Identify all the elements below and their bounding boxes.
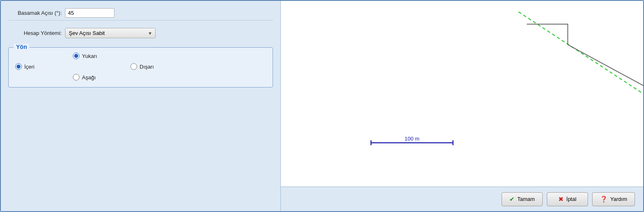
button-bar: ✔ Tamam ✖ İptal ❓ Yardım: [281, 187, 643, 211]
radio-yukari-input[interactable]: [73, 53, 79, 59]
question-icon: ❓: [600, 196, 608, 203]
dialog-container: Basamak Açısı (°): Hesap Yöntemi: Şev Aç…: [0, 0, 644, 212]
radio-disari-input[interactable]: [131, 63, 137, 70]
yardim-button[interactable]: ❓ Yardım: [592, 192, 635, 206]
radio-iceri-label: İçeri: [24, 64, 35, 70]
yon-grid: Yukarı İçeri Dışarı Aşağı: [15, 53, 266, 81]
basamak-input[interactable]: [65, 8, 114, 18]
hesap-row: Hesap Yöntemi: Şev Açısı Sabit Diğer Yön…: [8, 25, 273, 41]
hesap-dropdown[interactable]: Şev Açısı Sabit Diğer Yöntem: [65, 28, 156, 38]
svg-text:100 m: 100 m: [405, 136, 420, 142]
radio-iceri[interactable]: İçeri: [15, 63, 35, 70]
radio-asagi-input[interactable]: [73, 74, 79, 81]
canvas-area: 100 m: [281, 1, 643, 187]
yon-group: Yön Yukarı İçeri Dışarı: [8, 47, 273, 88]
basamak-row: Basamak Açısı (°):: [8, 6, 273, 21]
left-panel: Basamak Açısı (°): Hesap Yöntemi: Şev Aç…: [1, 1, 281, 211]
radio-disari-label: Dışarı: [140, 64, 154, 70]
x-icon: ✖: [558, 196, 564, 203]
radio-asagi[interactable]: Aşağı: [73, 74, 96, 81]
radio-yukari-label: Yukarı: [82, 53, 97, 59]
radio-yukari[interactable]: Yukarı: [73, 53, 97, 59]
radio-asagi-label: Aşağı: [82, 74, 96, 81]
radio-disari[interactable]: Dışarı: [131, 63, 154, 70]
iptal-label: İptal: [566, 196, 576, 202]
basamak-label: Basamak Açısı (°):: [8, 10, 62, 16]
hesap-dropdown-wrapper: Şev Açısı Sabit Diğer Yöntem ▼: [65, 28, 156, 38]
yardim-label: Yardım: [610, 196, 627, 202]
svg-rect-0: [281, 12, 643, 175]
hesap-label: Hesap Yöntemi:: [8, 30, 62, 36]
right-panel: 100 m ✔ Tamam ✖ İptal ❓ Yardım: [281, 1, 643, 211]
check-icon: ✔: [509, 196, 515, 203]
tamam-label: Tamam: [517, 196, 535, 202]
radio-iceri-input[interactable]: [15, 63, 22, 70]
diagram-svg: 100 m: [281, 1, 643, 187]
yon-legend: Yön: [14, 44, 29, 50]
iptal-button[interactable]: ✖ İptal: [547, 192, 588, 206]
tamam-button[interactable]: ✔ Tamam: [502, 192, 543, 206]
